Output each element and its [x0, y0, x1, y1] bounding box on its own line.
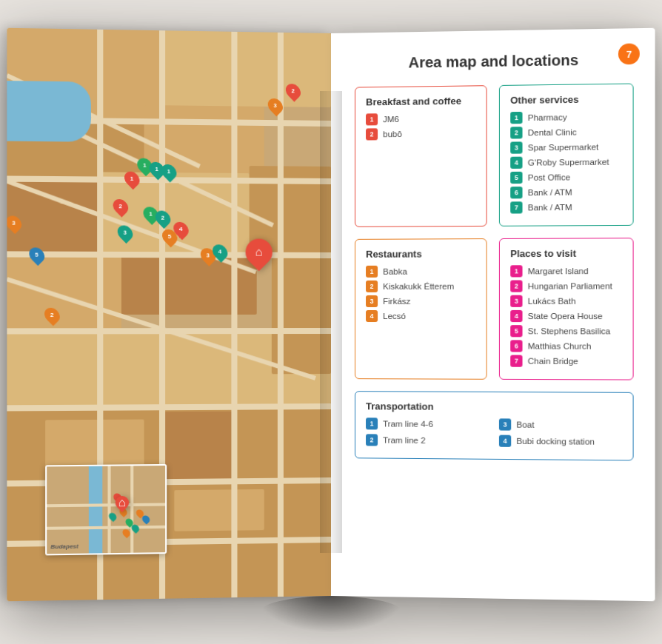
rest-label-4: Lecsó — [383, 312, 406, 321]
trans-item-4: 4 Bubi docking station — [499, 435, 622, 448]
places-num-7: 7 — [510, 355, 522, 367]
breakfast-num-1: 1 — [366, 113, 378, 125]
other-item-1: 1 Pharmacy — [510, 110, 622, 124]
trans-item-3: 3 Boat — [499, 418, 622, 431]
places-item-2: 2 Hungarian Parliament — [510, 280, 622, 292]
category-restaurants: Restaurants 1 Babka 2 Kiskakukk Étterem … — [355, 238, 487, 380]
other-num-6: 6 — [510, 187, 522, 198]
places-num-4: 4 — [510, 310, 522, 322]
minimap-road — [107, 466, 110, 556]
map-block — [7, 179, 98, 255]
places-label-4: State Opera House — [528, 312, 603, 321]
rest-label-3: Firkász — [383, 297, 410, 306]
places-num-5: 5 — [510, 325, 522, 337]
map-road — [278, 33, 284, 597]
places-item-6: 6 Matthias Church — [510, 340, 622, 352]
rest-item-2: 2 Kiskakukk Étterem — [366, 281, 475, 292]
places-label-5: St. Stephens Basilica — [528, 326, 611, 335]
places-item-1: 1 Margaret Island — [510, 265, 622, 278]
rest-item-4: 4 Lecsó — [366, 310, 475, 322]
other-label-3: Spar Supermarket — [528, 142, 599, 152]
map-block — [159, 412, 234, 479]
minimap: Budapest — [45, 464, 167, 555]
other-num-3: 3 — [510, 141, 522, 153]
places-item-4: 4 State Opera House — [510, 310, 622, 322]
map-water — [7, 81, 91, 142]
minimap-road — [130, 466, 133, 555]
page-title: Area map and locations — [355, 51, 634, 73]
other-num-1: 1 — [510, 112, 522, 124]
trans-item-1: 1 Tram line 4-6 — [366, 417, 487, 430]
trans-label-4: Bubi docking station — [516, 437, 595, 446]
rest-item-3: 3 Firkász — [366, 295, 475, 307]
other-item-2: 2 Dental Clinic — [510, 126, 622, 139]
places-label-2: Hungarian Parliament — [528, 281, 612, 290]
minimap-city-label: Budapest — [50, 543, 78, 551]
trans-label-3: Boat — [516, 420, 534, 429]
places-item-7: 7 Chain Bridge — [510, 355, 622, 368]
trans-num-4: 4 — [499, 435, 511, 447]
other-label-1: Pharmacy — [528, 113, 567, 122]
map-block — [159, 30, 331, 107]
places-label-6: Matthias Church — [528, 341, 592, 350]
trans-num-1: 1 — [366, 417, 378, 429]
map-block — [7, 254, 121, 329]
breakfast-label-1: JM6 — [383, 115, 399, 124]
map-block — [174, 489, 264, 531]
other-item-5: 5 Post Office — [510, 171, 622, 184]
right-page: 7 Area map and locations Breakfast and c… — [331, 28, 655, 602]
other-label-2: Dental Clinic — [528, 127, 577, 137]
left-page: Budapest — [7, 28, 331, 602]
categories-grid: Breakfast and coffee 1 JM6 2 bubô Other … — [355, 84, 634, 461]
rest-label-2: Kiskakukk Étterem — [383, 282, 454, 291]
category-places-title: Places to visit — [510, 247, 622, 259]
minimap-water — [89, 466, 102, 556]
other-num-5: 5 — [510, 172, 522, 184]
rest-num-4: 4 — [366, 310, 378, 322]
other-num-4: 4 — [510, 157, 522, 169]
places-item-3: 3 Lukács Bath — [510, 295, 622, 307]
other-label-4: G'Roby Supermarket — [528, 158, 609, 167]
category-breakfast-title: Breakfast and coffee — [366, 95, 475, 107]
book-bottom-shadow — [257, 596, 405, 633]
rest-num-1: 1 — [366, 266, 378, 278]
places-num-2: 2 — [510, 280, 522, 292]
other-label-7: Bank / ATM — [528, 203, 572, 212]
breakfast-item-2: 2 bubô — [366, 127, 475, 141]
other-item-7: 7 Bank / ATM — [510, 201, 622, 213]
other-num-7: 7 — [510, 201, 522, 213]
other-label-5: Post Office — [528, 172, 570, 182]
other-label-6: Bank / ATM — [528, 188, 572, 198]
trans-num-3: 3 — [499, 418, 511, 430]
page-number: 7 — [618, 43, 640, 64]
other-item-3: 3 Spar Supermarket — [510, 141, 622, 154]
minimap-road — [47, 526, 167, 530]
trans-label-1: Tram line 4-6 — [383, 419, 433, 428]
category-transportation: Transportation 1 Tram line 4-6 3 Boat 2 … — [355, 391, 634, 460]
rest-label-1: Babka — [383, 267, 407, 276]
places-label-3: Lukács Bath — [528, 297, 576, 306]
book: Budapest 7 Area map and locations Breakf… — [13, 33, 649, 611]
breakfast-num-2: 2 — [366, 128, 378, 140]
places-num-6: 6 — [510, 340, 522, 352]
trans-label-2: Tram line 2 — [383, 435, 426, 444]
category-restaurants-title: Restaurants — [366, 248, 475, 260]
category-other-services-title: Other services — [510, 93, 622, 106]
places-item-5: 5 St. Stephens Basilica — [510, 325, 622, 337]
category-other-services: Other services 1 Pharmacy 2 Dental Clini… — [499, 84, 634, 227]
minimap-road — [47, 503, 167, 507]
places-num-3: 3 — [510, 295, 522, 307]
trans-item-2: 2 Tram line 2 — [366, 434, 487, 446]
breakfast-item-1: 1 JM6 — [366, 113, 475, 126]
other-item-6: 6 Bank / ATM — [510, 186, 622, 198]
breakfast-label-2: bubô — [383, 130, 402, 138]
category-transportation-title: Transportation — [366, 400, 622, 413]
other-item-4: 4 G'Roby Supermarket — [510, 155, 622, 169]
trans-num-2: 2 — [366, 434, 378, 446]
category-breakfast: Breakfast and coffee 1 JM6 2 bubô — [355, 85, 487, 227]
places-label-7: Chain Bridge — [528, 357, 578, 366]
map-road — [231, 32, 237, 597]
rest-num-2: 2 — [366, 281, 378, 292]
places-num-1: 1 — [510, 265, 522, 277]
map-area: Budapest — [7, 28, 331, 602]
